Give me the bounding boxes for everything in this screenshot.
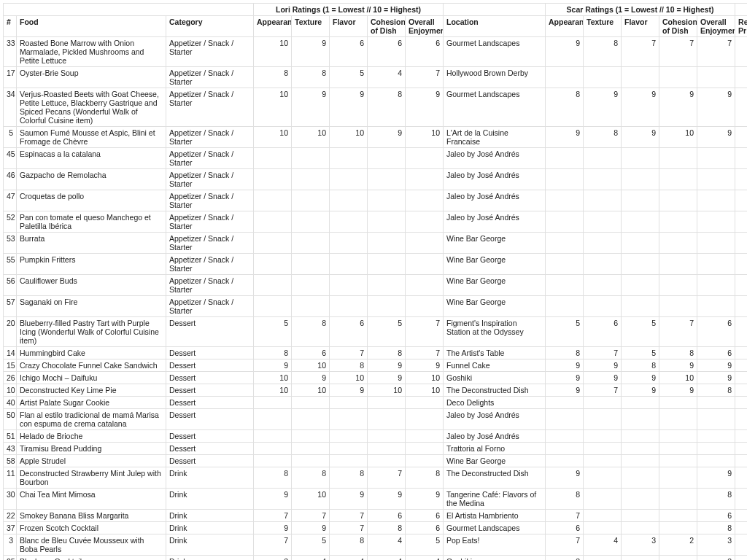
cell: 8 <box>292 467 330 489</box>
cell <box>622 254 659 275</box>
cell: 6 <box>368 37 406 67</box>
table-row: 15Crazy Chocolate Funnel Cake SandwichDe… <box>4 359 748 372</box>
cell <box>622 233 659 254</box>
cell <box>292 169 330 190</box>
location-cell: Tangerine Café: Flavors of the Medina <box>444 489 546 510</box>
cell: 10 <box>330 127 368 148</box>
cell <box>254 233 292 254</box>
location-cell: Jaleo by José Andrés <box>444 169 546 190</box>
cell: 10 <box>292 489 330 510</box>
cell <box>254 148 292 169</box>
cell <box>254 443 292 455</box>
cell: 5 <box>735 397 747 409</box>
cell: 22 <box>4 510 17 522</box>
cell <box>622 443 659 455</box>
cell: 8 <box>697 522 735 534</box>
cell: 33 <box>4 37 17 67</box>
cell <box>292 409 330 430</box>
location-cell: L'Art de la Cuisine Francaise <box>444 127 546 148</box>
cell: 10 <box>330 372 368 384</box>
cell: 56 <box>4 275 17 296</box>
location-cell: Wine Bar George <box>444 254 546 275</box>
cell <box>254 211 292 233</box>
cell <box>546 443 584 455</box>
cell: 9 <box>697 359 735 372</box>
cell <box>584 254 622 275</box>
cell: 9 <box>546 372 584 384</box>
cell <box>584 510 622 522</box>
cell: 8 <box>368 522 406 534</box>
cell: 9 <box>546 127 584 148</box>
cell <box>546 409 584 430</box>
cell: 4 <box>330 556 368 561</box>
cell: 7 <box>406 67 444 88</box>
table-row: 58Apple StrudelDessertWine Bar George2 <box>4 455 748 467</box>
cell: 3 <box>697 534 735 556</box>
table-row: 11Deconstructed Strawberry Mint Julep wi… <box>4 467 748 489</box>
cell: 26 <box>4 372 17 384</box>
cell <box>659 522 697 534</box>
cell <box>697 233 735 254</box>
cell <box>584 233 622 254</box>
table-row: 30Chai Tea Mint MimosaDrink910999Tangeri… <box>4 489 748 510</box>
cell <box>622 190 659 211</box>
cell <box>546 169 584 190</box>
cell <box>254 397 292 409</box>
cell: 9 <box>292 37 330 67</box>
cell <box>292 443 330 455</box>
food-cell: Oyster-Brie Soup <box>17 67 166 88</box>
cell: 37 <box>4 522 17 534</box>
cell <box>584 275 622 296</box>
cell: 4 <box>368 534 406 556</box>
table-row: 26Ichigo Mochi – DaifukuDessert10910910G… <box>4 372 748 384</box>
cell: 7 <box>406 347 444 359</box>
cell: Appetizer / Snack / Starter <box>166 37 254 67</box>
cell <box>368 443 406 455</box>
cell <box>406 397 444 409</box>
cell: 9 <box>368 372 406 384</box>
cell: Appetizer / Snack / Starter <box>166 254 254 275</box>
col-scar-texture: Texture <box>584 16 622 37</box>
location-cell: Trattoria al Forno <box>444 443 546 455</box>
cell <box>406 211 444 233</box>
location-cell: The Deconstructed Dish <box>444 467 546 489</box>
cell <box>622 169 659 190</box>
cell <box>292 430 330 443</box>
cell: 8 <box>546 347 584 359</box>
food-cell: Pumpkin Fritters <box>17 254 166 275</box>
cell: 10 <box>406 372 444 384</box>
cell: 10 <box>292 359 330 372</box>
cell <box>330 430 368 443</box>
cell: 8 <box>368 347 406 359</box>
cell: 5 <box>368 317 406 347</box>
cell <box>406 233 444 254</box>
cell <box>659 443 697 455</box>
cell <box>292 275 330 296</box>
food-cell: Burrata <box>17 233 166 254</box>
cell: 9 <box>546 37 584 67</box>
cell <box>546 296 584 317</box>
cell: Appetizer / Snack / Starter <box>166 211 254 233</box>
cell: 4 <box>735 88 747 127</box>
cell: 11 <box>4 467 17 489</box>
cell <box>368 275 406 296</box>
food-cell: Blueberry-filled Pastry Tart with Purple… <box>17 317 166 347</box>
cell: 6 <box>406 522 444 534</box>
cell <box>659 275 697 296</box>
cell <box>330 190 368 211</box>
cell: 3 <box>622 534 659 556</box>
cell: 10 <box>254 37 292 67</box>
cell: 9 <box>546 384 584 397</box>
cell: 9 <box>368 127 406 148</box>
food-cell: Pan con tomate el queso Manchego et Pale… <box>17 211 166 233</box>
col-food: Food <box>17 16 166 37</box>
table-body: 33Roasted Bone Marrow with Onion Marmala… <box>4 37 748 561</box>
cell <box>330 455 368 467</box>
cell <box>584 190 622 211</box>
cell: 9 <box>368 489 406 510</box>
cell: Drink <box>166 510 254 522</box>
cell: 1 <box>735 127 747 148</box>
cell: 1 <box>735 467 747 489</box>
cell: 10 <box>659 372 697 384</box>
table-row: 50Flan al estilo tradicional de mamá Mar… <box>4 409 748 430</box>
